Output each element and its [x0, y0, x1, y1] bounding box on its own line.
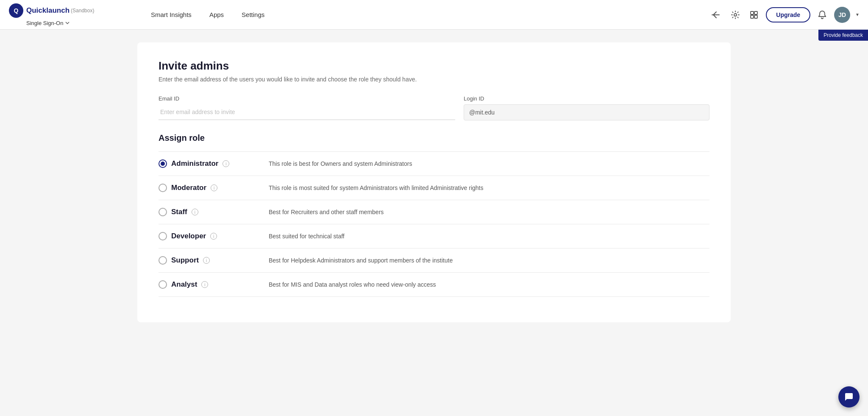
- info-icon-analyst[interactable]: i: [201, 281, 208, 288]
- info-icon-developer[interactable]: i: [210, 233, 217, 240]
- role-name-analyst: Analyst: [171, 280, 197, 289]
- login-input[interactable]: [464, 104, 709, 120]
- email-label: Email ID: [159, 95, 455, 102]
- role-name-support: Support: [171, 256, 199, 265]
- radio-col-developer: Developeri: [159, 232, 269, 240]
- radio-col-staff: Staffi: [159, 208, 269, 216]
- quicklaunch-logo-icon: Q: [8, 3, 24, 18]
- radio-col-moderator: Moderatori: [159, 184, 269, 192]
- logo-sandbox: (Sandbox): [71, 8, 94, 14]
- role-desc-staff: Best for Recruiters and other staff memb…: [269, 209, 709, 215]
- sso-dropdown[interactable]: Single Sign-On: [26, 20, 63, 26]
- avatar-chevron-icon[interactable]: ▼: [855, 12, 860, 17]
- page-title: Invite admins: [159, 59, 709, 73]
- radio-administrator[interactable]: [159, 159, 167, 168]
- radio-col-analyst: Analysti: [159, 280, 269, 289]
- svg-rect-3: [751, 11, 754, 14]
- role-name-staff: Staff: [171, 208, 187, 216]
- page-subtitle: Enter the email address of the users you…: [159, 76, 709, 83]
- main-content: Invite admins Enter the email address of…: [116, 30, 752, 335]
- assign-role-title: Assign role: [159, 133, 709, 143]
- nav-item-apps[interactable]: Apps: [203, 8, 231, 22]
- radio-staff[interactable]: [159, 208, 167, 216]
- radio-col-administrator: Administratori: [159, 159, 269, 168]
- svg-point-2: [734, 14, 737, 16]
- role-name-moderator: Moderator: [171, 184, 206, 192]
- form-row: Email ID Login ID: [159, 95, 709, 120]
- avatar[interactable]: JD: [834, 7, 850, 23]
- role-desc-analyst: Best for MIS and Data analyst roles who …: [269, 281, 709, 288]
- role-name-developer: Developer: [171, 232, 206, 240]
- nav-item-settings[interactable]: Settings: [235, 8, 271, 22]
- bell-icon: [818, 10, 826, 20]
- role-item-administrator: AdministratoriThis role is best for Owne…: [159, 151, 709, 176]
- chevron-down-icon: [65, 20, 70, 25]
- chat-icon: [844, 392, 854, 402]
- navbar-right: Upgrade JD ▼: [709, 7, 860, 23]
- email-form-group: Email ID: [159, 95, 455, 120]
- logo-area: Q Quicklaunch (Sandbox) Single Sign-On: [8, 3, 94, 26]
- back-icon: [712, 11, 721, 19]
- roles-container: AdministratoriThis role is best for Owne…: [159, 151, 709, 297]
- notifications-button[interactable]: [815, 8, 829, 22]
- radio-moderator[interactable]: [159, 184, 167, 192]
- logo-text: Quicklaunch: [26, 6, 70, 15]
- svg-text:Q: Q: [14, 7, 19, 14]
- grid-icon: [750, 11, 758, 19]
- chat-bubble[interactable]: [838, 386, 860, 408]
- info-icon-moderator[interactable]: i: [211, 184, 217, 191]
- radio-analyst[interactable]: [159, 280, 167, 289]
- role-desc-moderator: This role is most suited for system Admi…: [269, 184, 709, 191]
- navbar-left: Q Quicklaunch (Sandbox) Single Sign-On: [8, 3, 136, 26]
- info-icon-support[interactable]: i: [203, 257, 210, 264]
- back-button[interactable]: [709, 8, 723, 21]
- role-desc-administrator: This role is best for Owners and system …: [269, 160, 709, 167]
- role-desc-support: Best for Helpdesk Administrators and sup…: [269, 257, 709, 264]
- svg-rect-6: [754, 15, 757, 18]
- settings-gear-button[interactable]: [729, 8, 742, 22]
- svg-rect-5: [751, 15, 754, 18]
- navbar: Q Quicklaunch (Sandbox) Single Sign-On S…: [0, 0, 868, 30]
- radio-support[interactable]: [159, 256, 167, 265]
- nav-item-smart-insights[interactable]: Smart Insights: [144, 8, 198, 22]
- navbar-nav: Smart Insights Apps Settings: [136, 8, 709, 22]
- logo-brand: Q Quicklaunch (Sandbox): [8, 3, 94, 18]
- gear-icon: [731, 11, 740, 19]
- role-item-moderator: ModeratoriThis role is most suited for s…: [159, 176, 709, 200]
- radio-developer[interactable]: [159, 232, 167, 240]
- page-card: Invite admins Enter the email address of…: [137, 42, 731, 322]
- info-icon-staff[interactable]: i: [192, 209, 198, 215]
- role-item-support: SupportiBest for Helpdesk Administrators…: [159, 248, 709, 273]
- info-icon-administrator[interactable]: i: [223, 160, 229, 167]
- role-desc-developer: Best suited for technical staff: [269, 233, 709, 240]
- grid-button[interactable]: [747, 8, 761, 22]
- radio-col-support: Supporti: [159, 256, 269, 265]
- svg-rect-4: [754, 11, 757, 14]
- role-item-staff: StaffiBest for Recruiters and other staf…: [159, 200, 709, 224]
- feedback-button[interactable]: Provide feedback: [818, 30, 868, 41]
- role-name-administrator: Administrator: [171, 159, 218, 168]
- role-item-developer: DeveloperiBest suited for technical staf…: [159, 224, 709, 248]
- role-item-analyst: AnalystiBest for MIS and Data analyst ro…: [159, 273, 709, 297]
- email-input[interactable]: [159, 104, 455, 120]
- login-label: Login ID: [464, 95, 709, 102]
- login-form-group: Login ID: [464, 95, 709, 120]
- upgrade-button[interactable]: Upgrade: [766, 7, 810, 22]
